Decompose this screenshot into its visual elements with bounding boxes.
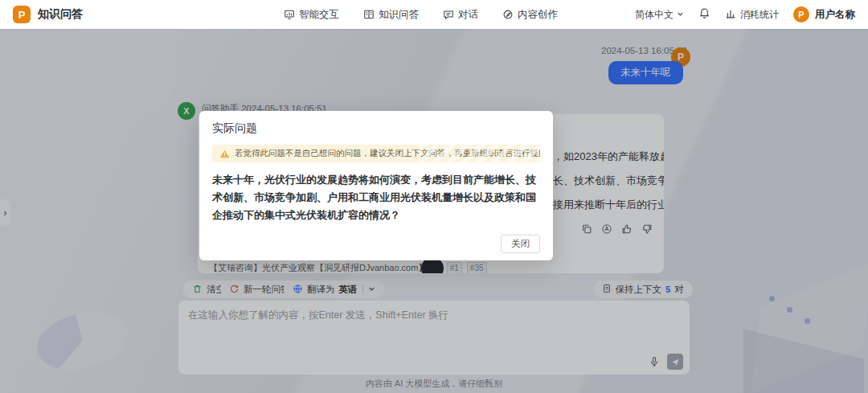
modal-title: 实际问题 [199, 111, 553, 136]
usage-stats-button[interactable]: 消耗统计 [725, 8, 779, 22]
top-bar: P 知识问答 智能交互 知识问答 对话 内容创作 简体中文 [0, 0, 868, 29]
user-avatar: P [793, 6, 809, 23]
actual-question-modal: 实际问题 若觉得此问题不是自己想问的问题，建议关闭上下文问答，再重新组织语言进行… [199, 111, 553, 260]
notifications-button[interactable] [698, 7, 710, 22]
user-profile[interactable]: P 用户名称 [793, 6, 855, 23]
close-button[interactable]: 关闭 [501, 235, 540, 253]
chat-bubble-icon [443, 9, 454, 20]
nav-item-knowledge-qa[interactable]: 知识问答 [363, 8, 419, 22]
nav-label: 内容创作 [518, 8, 558, 22]
nav-label: 对话 [458, 8, 478, 22]
app-page: P 知识问答 智能交互 知识问答 对话 内容创作 简体中文 [0, 0, 868, 393]
modal-warning-banner: 若觉得此问题不是自己想问的问题，建议关闭上下文问答，再重新组织语言进行提问 [212, 145, 540, 162]
nav-label: 智能交互 [299, 8, 339, 22]
user-name: 用户名称 [815, 8, 855, 22]
usage-stats-label: 消耗统计 [740, 8, 779, 22]
pen-circle-icon [502, 9, 514, 20]
nav-item-smart-interaction[interactable]: 智能交互 [284, 8, 339, 22]
top-right-group: 简体中文 消耗统计 P 用户名称 [635, 6, 855, 23]
modal-footer: 关闭 [501, 235, 540, 253]
warning-icon [219, 149, 230, 159]
language-selector[interactable]: 简体中文 [635, 8, 684, 22]
app-logo-icon: P [13, 6, 31, 23]
modal-question-text: 未来十年，光伏行业的发展趋势将如何演变，考虑到目前产能增长、技术创新、市场竞争加… [212, 171, 540, 224]
top-nav: 智能交互 知识问答 对话 内容创作 [284, 8, 558, 22]
brand[interactable]: P 知识问答 [13, 6, 83, 23]
nav-label: 知识问答 [379, 8, 419, 22]
warning-text: 若觉得此问题不是自己想问的问题，建议关闭上下文问答，再重新组织语言进行提问 [235, 148, 540, 159]
nav-item-dialog[interactable]: 对话 [443, 8, 478, 22]
smart-interaction-icon [284, 9, 295, 20]
book-icon [363, 9, 375, 20]
nav-item-content-creation[interactable]: 内容创作 [502, 8, 558, 22]
app-title: 知识问答 [38, 7, 83, 22]
language-value: 简体中文 [635, 8, 674, 22]
bar-chart-icon [725, 8, 736, 22]
chevron-down-icon [677, 9, 684, 20]
bell-icon [698, 7, 710, 22]
